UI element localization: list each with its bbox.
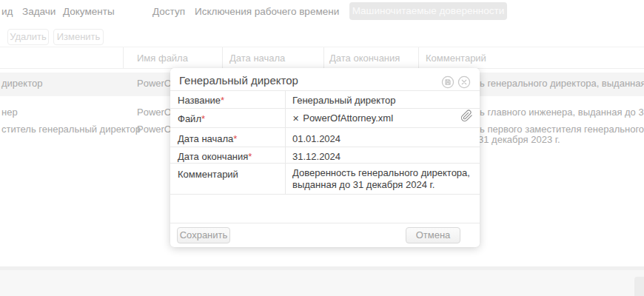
field-label-date-end: Дата окончания* [178, 151, 252, 162]
file-name-text: PowerOfAttorney.xml [303, 112, 393, 124]
divider [170, 194, 480, 195]
cell-name: директор [1, 78, 42, 89]
divider [170, 223, 480, 223]
column-header-date-end[interactable]: Дата окончания [329, 53, 400, 64]
column-header-comment[interactable]: Комментарий [426, 53, 486, 64]
field-label-file: Файл* [178, 113, 205, 124]
footer-corner-button[interactable] [634, 277, 644, 296]
required-mark: * [248, 151, 252, 162]
remove-file-icon[interactable]: ✕ [292, 114, 299, 123]
tab-tasks[interactable]: Задачи [22, 6, 56, 17]
label-text: Название [178, 95, 221, 106]
date-start-field[interactable]: 01.01.2024 [292, 133, 341, 144]
comment-field[interactable]: Доверенность генерального директора, выд… [292, 167, 476, 191]
label-text: Файл [178, 113, 201, 124]
footer-bar [0, 270, 644, 296]
cell-filename: PowerOf [137, 78, 175, 89]
edit-poa-dialog: Генеральный директор Название* Генеральн… [170, 68, 480, 247]
tab-documents[interactable]: Документы [63, 6, 115, 17]
column-divider [418, 47, 419, 68]
divider [170, 108, 480, 109]
tab-vid[interactable]: ид [1, 6, 13, 17]
attach-file-paperclip-icon[interactable] [460, 110, 473, 122]
field-label-name: Название* [178, 95, 224, 106]
cell-comment-line2: 31 декабря 2023 г. [478, 134, 560, 145]
divider [170, 127, 480, 128]
date-end-field[interactable]: 31.12.2024 [292, 151, 341, 162]
cell-filename: PowerOf [137, 124, 175, 135]
cell-filename: PowerOf [137, 107, 175, 118]
cell-comment: ь генерального директора, выданная до 31 [480, 78, 644, 89]
column-divider [323, 47, 324, 68]
label-text: Дата окончания [178, 151, 248, 162]
field-label-comment: Комментарий [178, 169, 238, 180]
divider [170, 147, 480, 147]
cancel-button[interactable]: Отмена [406, 227, 460, 243]
cell-comment: ь первого заместителя генерального дире [480, 124, 644, 135]
cell-comment: ь главного инженера, выданная до 31 дека [480, 107, 644, 118]
table-header-top-border [0, 47, 644, 47]
required-mark: * [201, 113, 205, 124]
file-field[interactable]: ✕PowerOfAttorney.xml [292, 112, 393, 124]
save-button[interactable]: Сохранить [177, 227, 230, 243]
label-text: Комментарий [178, 169, 238, 180]
edit-button[interactable]: Изменить [53, 29, 104, 45]
dialog-title: Генеральный директор [179, 74, 298, 87]
delete-button[interactable]: Удалить [7, 29, 49, 45]
field-label-date-start: Дата начала* [178, 133, 237, 144]
divider [170, 90, 480, 91]
cell-name: ститель генеральный директор [1, 124, 141, 135]
required-mark: * [221, 95, 224, 106]
name-field[interactable]: Генеральный директор [292, 95, 395, 106]
tab-worktime-exceptions[interactable]: Исключения рабочего времени [195, 6, 339, 17]
column-header-date-start[interactable]: Дата начала [229, 53, 285, 64]
tab-access[interactable]: Доступ [152, 6, 185, 17]
label-text: Дата начала [178, 133, 233, 144]
save-and-close-icon[interactable] [441, 75, 455, 89]
column-header-filename[interactable]: Имя файла [137, 53, 188, 64]
cell-name: нер [1, 107, 18, 118]
column-divider [222, 47, 223, 68]
required-mark: * [233, 133, 237, 144]
tab-machine-readable-poa-active[interactable]: Машиночитаемые доверенности [349, 2, 507, 20]
close-icon[interactable] [457, 75, 471, 89]
divider [170, 163, 480, 164]
label-value-divider [285, 90, 286, 194]
column-divider [123, 47, 124, 68]
